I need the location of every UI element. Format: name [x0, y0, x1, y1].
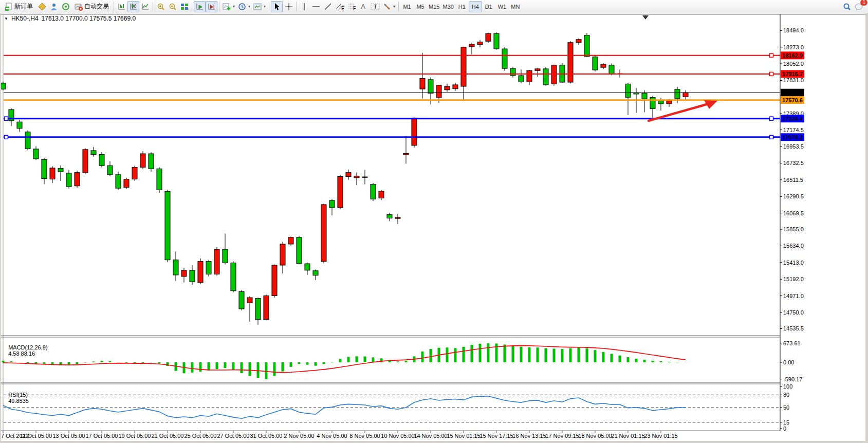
candle: [428, 80, 433, 94]
auto-scroll-icon: [196, 3, 204, 11]
timeframe-button-m1[interactable]: M1: [400, 1, 414, 12]
algo-trading-button[interactable]: 自动交易: [71, 1, 112, 12]
timeframe-button-mn[interactable]: MN: [509, 1, 522, 12]
timeframe-button-d1[interactable]: D1: [482, 1, 495, 12]
window-right-edge: [865, 13, 868, 443]
timeframe-group: M1M5M15M30H1H4D1W1MN: [400, 1, 522, 12]
zoom-in-button[interactable]: [155, 1, 167, 12]
candle: [83, 150, 88, 173]
timeframe-button-m30[interactable]: M30: [441, 1, 455, 12]
dropdown-arrow-icon: ▾: [393, 4, 395, 9]
chart-ohlc-values: 17613.0 17700.0 17575.5 17669.0: [42, 15, 136, 22]
dropdown-arrow-icon: ▾: [264, 4, 266, 9]
candle: [551, 65, 557, 84]
arrows-tool-button[interactable]: ▾: [381, 1, 397, 12]
timeframe-button-m5[interactable]: M5: [414, 1, 427, 12]
candle: [683, 93, 688, 97]
candlestick-chart-icon: [130, 3, 138, 11]
candle: [198, 262, 203, 283]
svg-text:16 Nov 13:15: 16 Nov 13:15: [512, 433, 546, 439]
fibonacci-tool-button[interactable]: F: [345, 1, 357, 12]
svg-text:13 Oct 05:00: 13 Oct 05:00: [53, 433, 85, 439]
candle: [477, 42, 483, 45]
cursor-tool-button[interactable]: [271, 1, 283, 12]
tile-windows-button[interactable]: [178, 1, 190, 12]
notifications-button[interactable]: 1: [853, 1, 865, 12]
candle: [543, 69, 548, 85]
line-handle[interactable]: [5, 135, 8, 139]
svg-text:15 Nov 17:15: 15 Nov 17:15: [479, 433, 513, 439]
toolbar-separator: [269, 2, 269, 11]
line-handle[interactable]: [5, 117, 8, 120]
new-order-button[interactable]: 新订单: [2, 1, 36, 12]
chart-shift-button[interactable]: [206, 1, 217, 12]
candle: [469, 44, 474, 47]
zoom-out-button[interactable]: [167, 1, 178, 12]
svg-text:16511.5: 16511.5: [783, 177, 803, 183]
candle: [354, 176, 359, 178]
one-click-trading-arrow-icon[interactable]: ▼: [4, 16, 8, 21]
svg-text:673.61: 673.61: [783, 340, 801, 346]
data-window-button[interactable]: [48, 1, 60, 12]
svg-text:27 Oct 05:00: 27 Oct 05:00: [217, 433, 250, 439]
equidistant-channel-tool-button[interactable]: E: [334, 1, 345, 12]
notification-badge: 1: [860, 0, 867, 6]
svg-text:23 Nov 01:15: 23 Nov 01:15: [644, 433, 677, 439]
candle: [650, 98, 655, 109]
trendline-tool-button[interactable]: [322, 1, 334, 12]
candlestick-chart-button[interactable]: [127, 1, 139, 12]
signals-button[interactable]: [60, 1, 71, 12]
timeframe-button-m15[interactable]: M15: [427, 1, 441, 12]
candle: [264, 296, 269, 319]
line-handle[interactable]: [770, 53, 773, 57]
vertical-line-tool-button[interactable]: [298, 1, 310, 12]
auto-scroll-button[interactable]: [194, 1, 206, 12]
candle: [625, 84, 631, 97]
timeframe-button-h1[interactable]: H1: [455, 1, 469, 12]
timeframe-button-h4[interactable]: H4: [469, 1, 482, 12]
svg-text:15413.0: 15413.0: [783, 260, 804, 266]
svg-text:16069.5: 16069.5: [783, 210, 804, 216]
candle: [25, 132, 30, 149]
candle: [91, 151, 96, 155]
trendline-icon: [324, 3, 332, 11]
line-handle[interactable]: [770, 117, 773, 120]
svg-text:80: 80: [783, 392, 789, 398]
search-button[interactable]: [841, 1, 853, 12]
timeframe-button-w1[interactable]: W1: [495, 1, 509, 12]
candle: [346, 173, 351, 177]
dropdown-arrow-icon: ▾: [248, 4, 250, 9]
candle: [17, 122, 22, 128]
crosshair-icon: [285, 3, 293, 11]
line-handle[interactable]: [770, 135, 773, 139]
svg-text:17324.4: 17324.4: [782, 116, 803, 122]
horizontal-line-tool-button[interactable]: [310, 1, 322, 12]
line-chart-button[interactable]: [139, 1, 151, 12]
period-clock-button[interactable]: ▾: [236, 1, 252, 12]
svg-text:14 Nov 05:00: 14 Nov 05:00: [414, 433, 447, 439]
svg-text:17831.0: 17831.0: [783, 77, 804, 83]
line-handle[interactable]: [770, 72, 773, 76]
bar-chart-button[interactable]: [116, 1, 127, 12]
zoom-in-icon: [157, 3, 165, 11]
new-order-label: 新订单: [14, 2, 33, 11]
text-label-tool-button[interactable]: T: [369, 1, 381, 12]
candle: [510, 68, 515, 76]
candle: [280, 244, 285, 265]
text-tool-button[interactable]: A: [357, 1, 369, 12]
main-toolbar: 新订单 自动交易 ▾ ▾: [0, 0, 868, 13]
market-watch-button[interactable]: [36, 1, 48, 12]
toolbar-separator: [219, 2, 219, 11]
svg-text:F: F: [353, 5, 356, 11]
svg-text:18162.9: 18162.9: [782, 52, 803, 59]
chart-canvas[interactable]: 18494.018273.018052.017831.017389.017174…: [0, 0, 868, 443]
svg-text:T: T: [374, 4, 377, 10]
crosshair-tool-button[interactable]: [283, 1, 294, 12]
chart-template-button[interactable]: ▾: [252, 1, 267, 12]
svg-text:11 Oct 05:00: 11 Oct 05:00: [20, 433, 52, 439]
candle: [181, 270, 187, 276]
candle: [149, 154, 154, 169]
add-indicator-button[interactable]: ▾: [221, 1, 236, 12]
candle: [568, 43, 573, 82]
svg-text:E: E: [341, 5, 344, 11]
